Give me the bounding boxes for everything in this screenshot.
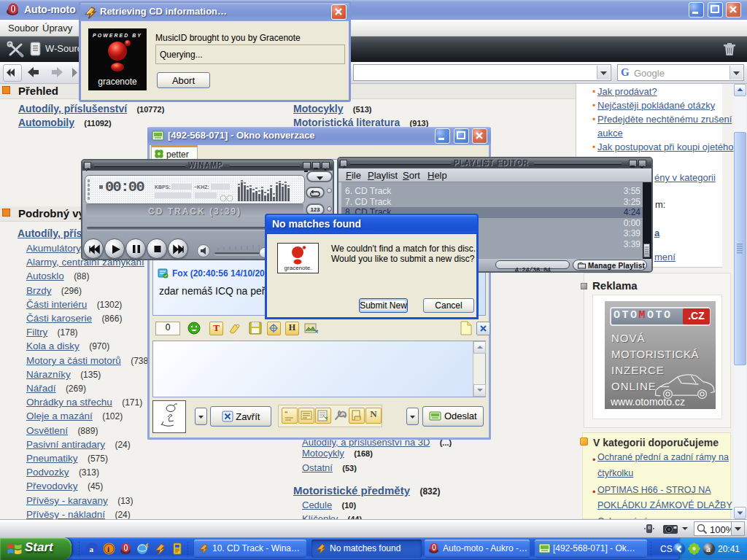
svg-text:a: a (706, 544, 711, 554)
svg-text:a: a (90, 545, 94, 553)
svg-text:“: “ (285, 410, 288, 417)
svg-text:i: i (107, 545, 109, 553)
